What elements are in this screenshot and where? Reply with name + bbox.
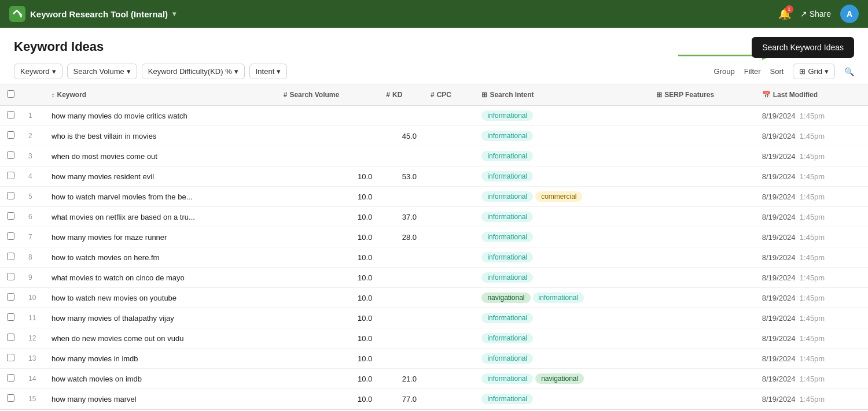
row-date: 8/19/2024 bbox=[762, 152, 796, 161]
intent-badge-informational: informational bbox=[481, 171, 533, 182]
row-date: 8/19/2024 bbox=[762, 253, 796, 262]
row-checkbox[interactable] bbox=[7, 151, 14, 159]
search-keyword-button[interactable]: Search Keyword Ideas bbox=[752, 37, 854, 58]
row-last-modified: 8/19/2024 1:45pm bbox=[755, 288, 868, 308]
intent-filter-label: Intent bbox=[256, 67, 275, 76]
row-keyword: what movies to watch on cinco de mayo bbox=[45, 268, 277, 288]
row-number: 1 bbox=[21, 106, 45, 126]
row-checkbox[interactable] bbox=[7, 232, 14, 240]
intent-badge-informational: informational bbox=[481, 333, 533, 343]
table-row: 8how to watch movies on here.fm10.0infor… bbox=[0, 247, 868, 268]
row-search-intent: informational bbox=[475, 328, 649, 349]
row-number: 9 bbox=[21, 268, 45, 288]
row-number: 15 bbox=[21, 389, 45, 409]
kd-filter-label: Keyword Difficulty(KD) % bbox=[148, 67, 232, 76]
row-time: 1:45pm bbox=[800, 294, 825, 302]
col-header-serp-features[interactable]: ⊞ SERP Features bbox=[649, 84, 755, 106]
keyword-filter-btn[interactable]: Keyword ▾ bbox=[14, 64, 62, 79]
table-row: 6what movies on netflix are based on a t… bbox=[0, 207, 868, 227]
col-header-search-intent[interactable]: ⊞ Search Intent bbox=[475, 84, 649, 106]
table-row: 2who is the best villain in movies45.0in… bbox=[0, 126, 868, 146]
col-header-last-modified[interactable]: 📅 Last Modified bbox=[755, 84, 868, 106]
col-header-cpc[interactable]: # CPC bbox=[424, 84, 475, 106]
share-button[interactable]: ↗ Share bbox=[800, 9, 831, 18]
user-avatar[interactable]: A bbox=[840, 5, 859, 23]
intent-badge-informational: informational bbox=[481, 151, 533, 161]
row-checkbox[interactable] bbox=[7, 313, 14, 321]
app-logo[interactable]: Keyword Research Tool (Internal) ▾ bbox=[9, 6, 176, 22]
row-checkbox[interactable] bbox=[7, 192, 14, 199]
col-header-row-num bbox=[21, 84, 45, 106]
table-row: 14how watch movies on imdb10.021.0inform… bbox=[0, 369, 868, 389]
row-keyword: when do new movies come out on vudu bbox=[45, 328, 277, 349]
row-checkbox[interactable] bbox=[7, 354, 14, 361]
row-checkbox[interactable] bbox=[7, 334, 14, 341]
row-serp-features bbox=[649, 106, 755, 126]
select-all-checkbox[interactable] bbox=[7, 90, 14, 98]
row-time: 1:45pm bbox=[800, 395, 825, 403]
row-checkbox[interactable] bbox=[7, 273, 14, 280]
row-cpc bbox=[424, 288, 475, 308]
row-checkbox[interactable] bbox=[7, 131, 14, 139]
col-header-keyword[interactable]: ↕ Keyword bbox=[45, 84, 277, 106]
row-time: 1:45pm bbox=[800, 192, 825, 201]
row-kd bbox=[379, 106, 424, 126]
row-search-volume: 10.0 bbox=[277, 308, 380, 328]
row-search-intent: informational bbox=[475, 308, 649, 328]
intent-badge-commercial: commercial bbox=[535, 191, 582, 202]
row-serp-features bbox=[649, 308, 755, 328]
row-checkbox[interactable] bbox=[7, 253, 14, 260]
select-all-header[interactable] bbox=[0, 84, 21, 106]
row-last-modified: 8/19/2024 1:45pm bbox=[755, 126, 868, 146]
row-checkbox[interactable] bbox=[7, 172, 14, 179]
row-keyword: who is the best villain in movies bbox=[45, 126, 277, 146]
row-time: 1:45pm bbox=[800, 233, 825, 242]
intent-badge-informational: informational bbox=[481, 131, 533, 141]
row-keyword: how many movies of thalapathy vijay bbox=[45, 308, 277, 328]
row-checkbox[interactable] bbox=[7, 394, 14, 402]
kd-filter-btn[interactable]: Keyword Difficulty(KD) % ▾ bbox=[142, 64, 245, 79]
row-number: 11 bbox=[21, 308, 45, 328]
row-search-volume: 10.0 bbox=[277, 268, 380, 288]
intent-filter-btn[interactable]: Intent ▾ bbox=[249, 64, 288, 79]
row-keyword: how many movies for maze runner bbox=[45, 227, 277, 247]
row-number: 12 bbox=[21, 328, 45, 349]
row-keyword: how to watch movies on here.fm bbox=[45, 247, 277, 268]
app-name-chevron: ▾ bbox=[172, 10, 176, 18]
intent-badge-informational: informational bbox=[481, 373, 533, 384]
intent-badge-informational: informational bbox=[481, 191, 533, 202]
row-time: 1:45pm bbox=[800, 132, 825, 140]
row-checkbox[interactable] bbox=[7, 293, 14, 301]
row-keyword: how many movies in imdb bbox=[45, 349, 277, 369]
row-checkbox[interactable] bbox=[7, 374, 14, 382]
col-header-kd[interactable]: # KD bbox=[379, 84, 424, 106]
row-time: 1:45pm bbox=[800, 334, 825, 343]
search-volume-filter-chevron: ▾ bbox=[127, 67, 131, 76]
table-row: 9what movies to watch on cinco de mayo10… bbox=[0, 268, 868, 288]
row-kd bbox=[379, 308, 424, 328]
keyword-sort-icon: ↕ bbox=[52, 91, 55, 98]
notification-bell[interactable]: 🔔 1 bbox=[778, 8, 791, 20]
keyword-table: ↕ Keyword # Search Volume # KD bbox=[0, 84, 868, 409]
row-kd: 45.0 bbox=[379, 126, 424, 146]
row-keyword: when do most movies come out bbox=[45, 146, 277, 166]
row-search-intent: informational bbox=[475, 268, 649, 288]
row-keyword: how many movies resident evil bbox=[45, 166, 277, 187]
intent-badge-navigational: navigational bbox=[535, 373, 584, 384]
row-date: 8/19/2024 bbox=[762, 233, 796, 242]
table-row: 10how to watch new movies on youtube10.0… bbox=[0, 288, 868, 308]
search-volume-filter-btn[interactable]: Search Volume ▾ bbox=[67, 64, 137, 79]
table-row: 5how to watch marvel movies from the be.… bbox=[0, 187, 868, 207]
row-checkbox[interactable] bbox=[7, 111, 14, 119]
row-time: 1:45pm bbox=[800, 354, 825, 363]
row-number: 13 bbox=[21, 349, 45, 369]
row-serp-features bbox=[649, 288, 755, 308]
row-serp-features bbox=[649, 146, 755, 166]
row-checkbox[interactable] bbox=[7, 212, 14, 220]
search-icon[interactable]: 🔍 bbox=[844, 67, 854, 76]
row-time: 1:45pm bbox=[800, 172, 825, 181]
col-header-search-volume[interactable]: # Search Volume bbox=[277, 84, 380, 106]
row-last-modified: 8/19/2024 1:45pm bbox=[755, 207, 868, 227]
grid-view-btn[interactable]: ⊞ Grid ▾ bbox=[793, 64, 835, 79]
row-kd: 21.0 bbox=[379, 369, 424, 389]
